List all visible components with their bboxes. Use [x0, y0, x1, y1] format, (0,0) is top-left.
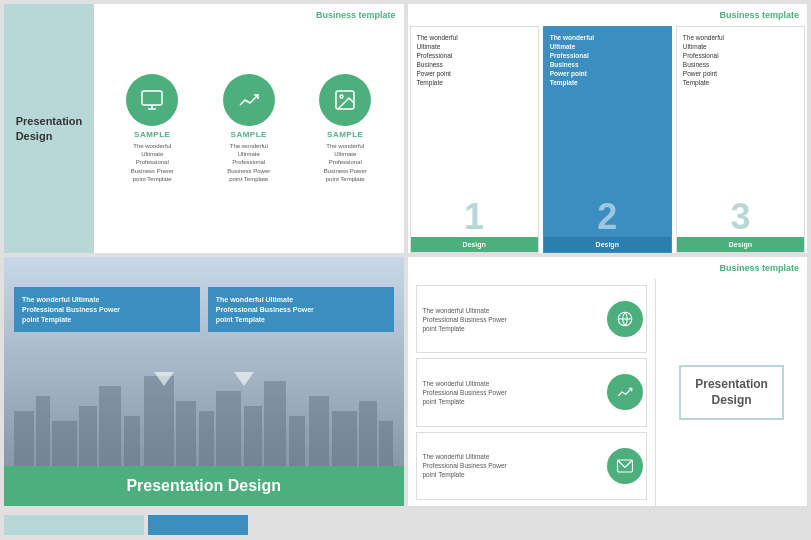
col3-text: The wonderful Ultimate Professional Busi… [677, 27, 804, 197]
globe-icon [616, 310, 634, 328]
slide1-title: Presentation Design [16, 114, 83, 143]
row2-text: The wonderful Ultimate Professional Busi… [417, 375, 605, 410]
slide3-box-1: The wonderful Ultimate Professional Busi… [14, 287, 200, 332]
building-1 [14, 411, 34, 466]
building-13 [289, 416, 305, 466]
row3-icon [607, 448, 643, 484]
col2-btn: Design [544, 237, 671, 252]
row1-icon [607, 301, 643, 337]
biz-label-4: Business template [719, 263, 799, 273]
building-14 [309, 396, 329, 466]
sample-label-1: SAMPLE [134, 130, 170, 139]
chart-icon-2 [616, 383, 634, 401]
building-16 [359, 401, 377, 466]
building-17 [379, 421, 393, 466]
building-8 [176, 401, 196, 466]
bottom-bar [0, 510, 811, 540]
biz-bold-4: Business [719, 263, 759, 273]
col-1: The wonderful Ultimate Professional Busi… [410, 26, 539, 253]
col1-number: 1 [411, 197, 538, 237]
slide-1: Business template Presentation Design SA… [4, 4, 404, 253]
arrow-down-1 [154, 372, 174, 386]
sample-label-2: SAMPLE [231, 130, 267, 139]
bottom-seg-1 [4, 515, 144, 535]
building-5 [99, 386, 121, 466]
slide3-banner-text: Presentation Design [126, 477, 281, 495]
svg-point-4 [340, 95, 343, 98]
pres-title: Presentation Design [695, 377, 768, 408]
row1-text: The wonderful Ultimate Professional Busi… [417, 302, 605, 337]
building-2 [36, 396, 50, 466]
building-15 [332, 411, 357, 466]
desc-1: The wonderful Ultimate Professional Busi… [131, 142, 174, 184]
col2-number: 2 [544, 197, 671, 237]
biz-label-2: Business template [719, 10, 799, 20]
col3-btn: Design [677, 237, 804, 252]
circle-1 [126, 74, 178, 126]
arrow-down-2 [234, 372, 254, 386]
building-10 [216, 391, 241, 466]
monitor-icon [140, 88, 164, 112]
slide4-right: Presentation Design [655, 279, 807, 506]
circle-2 [223, 74, 275, 126]
building-6 [124, 416, 140, 466]
col1-btn: Design [411, 237, 538, 252]
col-3: The wonderful Ultimate Professional Busi… [676, 26, 805, 253]
bottom-seg-2 [148, 515, 248, 535]
slide2-cols: The wonderful Ultimate Professional Busi… [408, 4, 808, 253]
mail-icon [616, 457, 634, 475]
building-4 [79, 406, 97, 466]
desc-2: The wonderful Ultimate Professional Busi… [227, 142, 270, 184]
col-2: The wonderful Ultimate Professional Busi… [543, 26, 672, 253]
row3-text: The wonderful Ultimate Professional Busi… [417, 448, 605, 483]
row-item-3: The wonderful Ultimate Professional Busi… [416, 432, 648, 500]
circle-item-3: SAMPLE The wonderful Ultimate Profession… [310, 74, 380, 184]
col2-text: The wonderful Ultimate Professional Busi… [544, 27, 671, 197]
col3-number: 3 [677, 197, 804, 237]
slide1-left-panel: Presentation Design [4, 4, 94, 253]
slide-3: Business template The wonderful Ultimate… [4, 257, 404, 506]
image-icon [333, 88, 357, 112]
row-item-2: The wonderful Ultimate Professional Busi… [416, 358, 648, 426]
desc-3: The wonderful Ultimate Professional Busi… [324, 142, 367, 184]
chart-icon [237, 88, 261, 112]
circle-3 [319, 74, 371, 126]
slide3-boxes: The wonderful Ultimate Professional Busi… [14, 287, 394, 332]
pres-box: Presentation Design [679, 365, 784, 420]
building-11 [244, 406, 262, 466]
building-3 [52, 421, 77, 466]
circle-item-1: SAMPLE The wonderful Ultimate Profession… [117, 74, 187, 184]
slide4-rows: The wonderful Ultimate Professional Busi… [408, 279, 656, 506]
building-7 [144, 376, 174, 466]
col1-text: The wonderful Ultimate Professional Busi… [411, 27, 538, 197]
slide3-box-2: The wonderful Ultimate Professional Busi… [208, 287, 394, 332]
slide3-banner: Presentation Design [4, 466, 404, 506]
row-item-1: The wonderful Ultimate Professional Busi… [416, 285, 648, 353]
slide-2: Business template The wonderful Ultimate… [408, 4, 808, 253]
slide3-arrows [4, 372, 404, 386]
circle-item-2: SAMPLE The wonderful Ultimate Profession… [214, 74, 284, 184]
slides-grid: Business template Presentation Design SA… [0, 0, 811, 510]
slide1-circles: SAMPLE The wonderful Ultimate Profession… [94, 4, 404, 253]
row2-icon [607, 374, 643, 410]
building-9 [199, 411, 214, 466]
sample-label-3: SAMPLE [327, 130, 363, 139]
biz-bold-2: Business [719, 10, 759, 20]
building-12 [264, 381, 286, 466]
slide-4: Business template The wonderful Ultimate… [408, 257, 808, 506]
svg-rect-0 [142, 91, 162, 105]
